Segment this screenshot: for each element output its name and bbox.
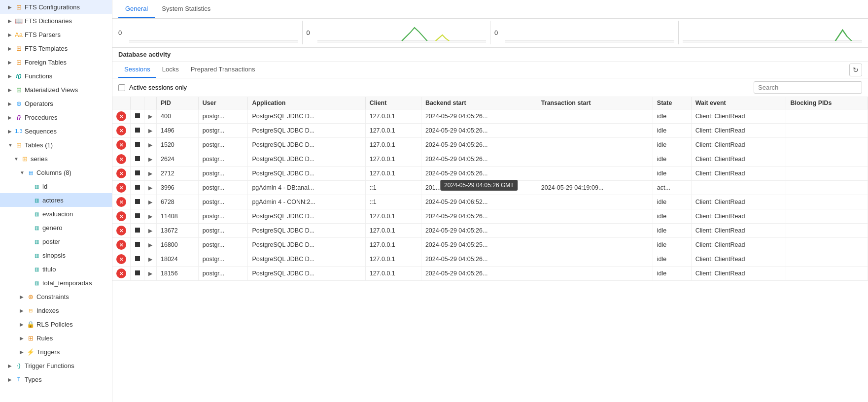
active-sessions-checkbox[interactable] [118,84,125,91]
chart-value-1: 0 [307,29,314,36]
sidebar-item-types[interactable]: ▶ T Types [0,372,112,386]
stop-button[interactable] [116,126,126,135]
stop-cell [112,238,131,252]
sidebar-label: Trigger Functions [25,362,74,369]
col-header-state[interactable]: State [653,97,691,109]
stop-cell [112,167,131,181]
expand-arrow-icon[interactable]: ▶ [148,113,152,119]
square-icon[interactable] [135,270,140,275]
square-icon[interactable] [135,185,140,190]
expand-arrow-icon[interactable]: ▶ [148,142,152,148]
square-icon[interactable] [135,256,140,261]
stop-button[interactable] [116,211,126,221]
expand-arrow-icon[interactable]: ▶ [148,170,152,176]
sidebar-item-constraints[interactable]: ▶ ⊛ Constraints [0,290,112,303]
sidebar-item-col-id[interactable]: ▶ ▥ id [0,179,112,193]
sidebar-item-indexes[interactable]: ▶ ⊟ Indexes [0,303,112,317]
sidebar-item-functions[interactable]: ▶ f() Functions [0,69,112,83]
col-header-transaction-start[interactable]: Transaction start [537,97,653,109]
square-icon[interactable] [135,156,140,161]
expand-arrow-icon[interactable]: ▶ [148,228,152,234]
sidebar-label: evaluacion [42,210,73,218]
sidebar-item-fts-dictionaries[interactable]: ▶ 📖 FTS Dictionaries [0,14,112,28]
sidebar-label: Tables (1) [25,141,53,149]
square-icon[interactable] [135,213,140,218]
sidebar-item-fts-templates[interactable]: ▶ ⊞ FTS Templates [0,41,112,55]
refresh-button[interactable]: ↻ [849,64,862,76]
sidebar-item-col-genero[interactable]: ▶ ▥ genero [0,221,112,234]
client-cell: 127.0.0.1 [365,267,421,281]
sidebar-item-triggers[interactable]: ▶ ⚡ Triggers [0,345,112,359]
expand-arrow-icon[interactable]: ▶ [148,156,152,162]
sidebar-item-series[interactable]: ▼ ⊞ series [0,152,112,166]
expand-cell: ▶ [144,124,157,138]
expand-arrow-icon[interactable]: ▶ [148,242,152,248]
col-header-client[interactable]: Client [365,97,421,109]
application-cell: PostgreSQL JDBC D... [248,152,365,167]
expand-arrow-icon[interactable]: ▶ [148,213,152,219]
stop-button[interactable] [116,254,126,264]
sidebar-item-col-actores[interactable]: ▶ ▥ actores [0,193,112,207]
tab-system-statistics[interactable]: System Statistics [155,0,217,18]
square-icon[interactable] [135,170,140,175]
stop-button[interactable] [116,197,126,207]
tab-prepared-transactions[interactable]: Prepared Transactions [185,62,261,78]
square-icon[interactable] [135,199,140,204]
expand-arrow-icon[interactable]: ▶ [148,199,152,205]
sidebar-item-foreign-tables[interactable]: ▶ ⊞ Foreign Tables [0,55,112,69]
sidebar-item-trigger-functions[interactable]: ▶ {} Trigger Functions [0,359,112,372]
sidebar-item-fts-configurations[interactable]: ▶ ⊞ FTS Configurations [0,0,112,14]
sidebar-item-procedures[interactable]: ▶ {} Procedures [0,110,112,124]
table-row: ▶400postgr...PostgreSQL JDBC D...127.0.0… [112,109,868,124]
search-input[interactable] [754,81,862,94]
stop-button[interactable] [116,226,126,235]
sidebar-item-col-titulo[interactable]: ▶ ▥ titulo [0,262,112,276]
sidebar-item-col-sinopsis[interactable]: ▶ ▥ sinopsis [0,248,112,262]
sidebar-item-sequences[interactable]: ▶ 1.3 Sequences [0,124,112,138]
tab-general[interactable]: General [118,0,155,18]
stop-button[interactable] [116,168,126,178]
sidebar-item-col-evaluacion[interactable]: ▶ ▥ evaluacion [0,207,112,221]
blocking-pids-cell [786,124,868,138]
square-icon[interactable] [135,242,140,247]
expand-arrow-icon[interactable]: ▶ [148,128,152,134]
stop-button[interactable] [116,140,126,150]
sidebar-item-col-total-temporadas[interactable]: ▶ ▥ total_temporadas [0,276,112,290]
tab-sessions[interactable]: Sessions [118,62,156,78]
expand-arrow-icon[interactable]: ▶ [148,256,152,262]
sidebar-item-col-poster[interactable]: ▶ ▥ poster [0,234,112,248]
procedures-icon: {} [15,113,23,121]
tab-locks[interactable]: Locks [156,62,185,78]
col-header-wait-event[interactable]: Wait event [691,97,786,109]
sessions-table: PID User Application Client Backend star… [112,97,868,281]
sidebar-item-columns[interactable]: ▼ ▤ Columns (8) [0,166,112,179]
wait-event-cell: Client: ClientRead [691,238,786,252]
sidebar-item-operators[interactable]: ▶ ⊕ Operators [0,97,112,110]
sidebar-item-fts-parsers[interactable]: ▶ Aa FTS Parsers [0,28,112,41]
sidebar-item-materialized-views[interactable]: ▶ ⊟ Materialized Views [0,83,112,97]
square-icon[interactable] [135,128,140,133]
col-header-backend-start[interactable]: Backend start [421,97,537,109]
expand-arrow-icon[interactable]: ▶ [148,270,152,276]
backend-start-cell: 201...2024-05-29 04:05:26 GMT [421,181,537,195]
square-icon[interactable] [135,228,140,233]
stop-button[interactable] [116,240,126,250]
stop-button[interactable] [116,268,126,278]
sidebar-item-tables[interactable]: ▼ ⊞ Tables (1) [0,138,112,152]
stop-button[interactable] [116,111,126,121]
expand-cell: ▶ [144,209,157,224]
stop-button[interactable] [116,183,126,193]
square-icon[interactable] [135,113,140,118]
active-sessions-bar: Active sessions only [112,78,868,97]
expand-arrow-icon[interactable]: ▶ [148,185,152,191]
sidebar-item-rls-policies[interactable]: ▶ 🔒 RLS Policies [0,317,112,331]
col-header-blocking-pids[interactable]: Blocking PIDs [786,97,868,109]
col-header-user[interactable]: User [198,97,248,109]
state-cell: act... [653,181,691,195]
collapse-arrow: ▶ [8,87,15,93]
stop-button[interactable] [116,154,126,164]
col-header-pid[interactable]: PID [157,97,199,109]
col-header-application[interactable]: Application [248,97,365,109]
square-icon[interactable] [135,142,140,147]
sidebar-item-rules[interactable]: ▶ ⊞ Rules [0,331,112,345]
